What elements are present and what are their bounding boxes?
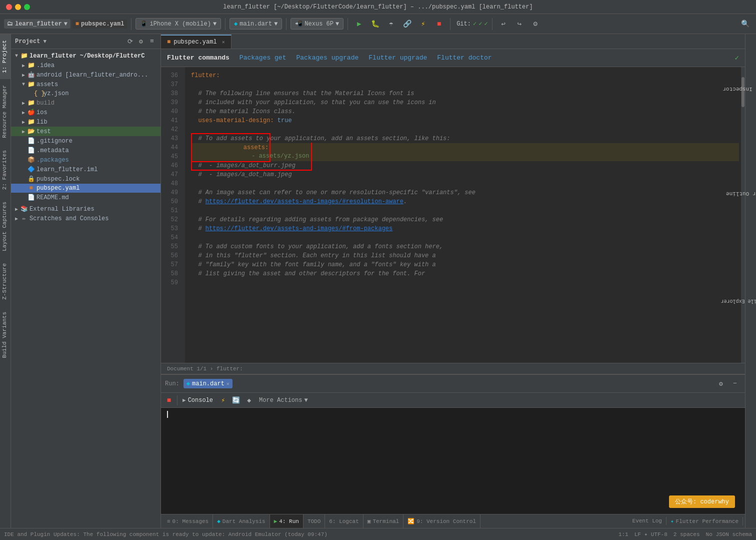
tree-item-gitignore[interactable]: 📄 .gitignore bbox=[11, 136, 160, 146]
sidebar-item-resource[interactable]: Resource Manager bbox=[0, 79, 10, 144]
tree-item-readme[interactable]: 📄 README.md bbox=[11, 193, 160, 202]
cmd-flutter-upgrade[interactable]: Flutter upgrade bbox=[368, 54, 427, 62]
tree-item-extlibs[interactable]: ▶ 📚 External Libraries bbox=[11, 204, 160, 214]
console-label: Console bbox=[188, 397, 213, 404]
code-content[interactable]: flutter: # The following line ensures th… bbox=[185, 67, 745, 363]
tab-messages[interactable]: ≡ 0: Messages bbox=[163, 514, 213, 528]
file-selector[interactable]: ■ pubspec.yaml bbox=[72, 20, 128, 29]
gear-icon[interactable]: ≡ bbox=[148, 37, 156, 46]
status-right: 1:1 LF ✦ UTF-8 2 spaces No JSON schema bbox=[618, 531, 752, 537]
tree-item-metadata[interactable]: 📄 .metadata bbox=[11, 146, 160, 155]
console-content[interactable]: 公众号: coderwhy bbox=[161, 408, 745, 514]
code-line-39: # included with your application, so tha… bbox=[191, 98, 739, 107]
code-line-48 bbox=[191, 179, 739, 188]
ln-50: 50 bbox=[161, 197, 181, 206]
main-toolbar: 🗂 learn_flutter ▼ ■ pubspec.yaml 📱 iPhon… bbox=[0, 14, 756, 34]
panel-minimize-btn[interactable]: − bbox=[729, 378, 741, 390]
tree-item-iml[interactable]: 🔷 learn_flutter.iml bbox=[11, 165, 160, 174]
tab-run[interactable]: ▶ 4: Run bbox=[270, 514, 304, 528]
ln-48: 48 bbox=[161, 179, 181, 188]
tab-todo[interactable]: TODO bbox=[304, 514, 325, 528]
sidebar-item-zstructure[interactable]: Z-Structure bbox=[0, 257, 10, 306]
redo-button[interactable]: ↪ bbox=[512, 17, 526, 31]
separator5 bbox=[450, 18, 450, 30]
search-button[interactable]: 🔍 bbox=[738, 17, 752, 31]
tree-item-scratches[interactable]: ▶ ✏ Scratches and Consoles bbox=[11, 214, 160, 223]
run-with-coverage[interactable]: ☂ bbox=[384, 17, 398, 31]
tree-item-root[interactable]: ▼ 📁 learn_flutter ~/Desktop/FlutterC bbox=[11, 51, 160, 61]
tree-item-build[interactable]: ▶ 📁 build bbox=[11, 98, 160, 108]
stop-button[interactable]: ■ bbox=[432, 17, 446, 31]
tree-item-pubspeclock[interactable]: 🔒 pubspec.lock bbox=[11, 174, 160, 184]
debug-button[interactable]: 🐛 bbox=[368, 17, 382, 31]
tree-item-yzjson[interactable]: { } yz.json bbox=[11, 89, 160, 98]
minimize-button[interactable] bbox=[15, 4, 21, 10]
tree-item-android[interactable]: ▶ 🤖 android [learn_flutter_andro... bbox=[11, 70, 160, 80]
tree-item-test[interactable]: ▶ 📂 test bbox=[11, 127, 160, 136]
status-encoding[interactable]: LF ✦ UTF-8 bbox=[634, 531, 668, 537]
status-bar: IDE and Plugin Updates: The following co… bbox=[0, 528, 756, 540]
separator bbox=[131, 18, 132, 30]
ios-icon: 🍎 bbox=[27, 109, 35, 116]
tree-item-idea[interactable]: ▶ 📁 .idea bbox=[11, 61, 160, 70]
tab-pubspecyaml[interactable]: ■ pubspec.yaml ✕ bbox=[161, 35, 232, 49]
nexus-dropdown[interactable]: 📲 Nexus 6P ▼ bbox=[290, 18, 344, 30]
dart-analysis-btn[interactable]: ◆ bbox=[243, 394, 255, 406]
tab-close-icon[interactable]: ✕ bbox=[222, 39, 225, 45]
code-editor: 36 37 38 39 40 41 42 43 44 45 46 47 48 4… bbox=[161, 67, 745, 363]
tab-dart-analysis[interactable]: ◆ Dart Analysis bbox=[213, 514, 270, 528]
update-message: IDE and Plugin Updates: The following co… bbox=[4, 531, 610, 537]
more-actions-button[interactable]: More Actions ▼ bbox=[256, 396, 311, 405]
tree-item-ios[interactable]: ▶ 🍎 ios bbox=[11, 108, 160, 117]
build-button[interactable]: ⚡ bbox=[416, 17, 430, 31]
settings-button[interactable]: ⚙ bbox=[528, 17, 542, 31]
sidebar-item-flutter-inspector[interactable]: Flutter Inspector bbox=[716, 83, 756, 94]
scrollbar-track[interactable] bbox=[741, 67, 745, 363]
tree-item-packages[interactable]: 📦 .packages bbox=[11, 155, 160, 165]
refresh-btn[interactable]: 🔄 bbox=[230, 394, 242, 406]
code-line-40: # the material Icons class. bbox=[191, 107, 739, 116]
expand-arrow: ▶ bbox=[20, 129, 27, 135]
tree-item-assets[interactable]: ▼ 📁 assets bbox=[11, 80, 160, 89]
status-position[interactable]: 1:1 bbox=[618, 531, 628, 537]
sidebar-item-device-file[interactable]: Device File Explorer bbox=[714, 295, 756, 305]
console-btn[interactable]: ▶ Console bbox=[180, 394, 216, 406]
project-selector[interactable]: 🗂 learn_flutter ▼ bbox=[4, 19, 70, 29]
tab-terminal[interactable]: ▣ Terminal bbox=[364, 514, 404, 528]
window-controls[interactable] bbox=[6, 4, 30, 10]
tab-close-run[interactable]: ✕ bbox=[226, 381, 230, 387]
sidebar-item-project[interactable]: 1: Project bbox=[0, 34, 10, 79]
run-file-tab[interactable]: ◆ main.dart ✕ bbox=[184, 379, 232, 388]
device-dropdown[interactable]: 📱 iPhone X (mobile) ▼ bbox=[136, 18, 221, 30]
flutter-checkmark[interactable]: ✓ bbox=[735, 54, 739, 62]
sidebar-item-layout[interactable]: Layout Captures bbox=[0, 196, 10, 257]
file-name: pubspec.yaml bbox=[81, 21, 124, 28]
tab-version-control[interactable]: 🔀 9: Version Control bbox=[404, 514, 480, 528]
status-spaces[interactable]: 2 spaces bbox=[674, 531, 700, 537]
cmd-flutter-doctor[interactable]: Flutter doctor bbox=[437, 54, 492, 62]
sidebar-item-flutter-outline[interactable]: Flutter Outline bbox=[720, 188, 756, 198]
sidebar-item-build[interactable]: Build Variants bbox=[0, 306, 10, 364]
dart-dropdown[interactable]: ◆ main.dart ▼ bbox=[230, 18, 282, 30]
tab-event-log[interactable]: Event Log bbox=[628, 517, 666, 525]
git-section: Git: ✓ ✓ ✓ bbox=[456, 20, 488, 28]
cmd-packages-get[interactable]: Packages get bbox=[240, 54, 286, 62]
settings-panel-icon[interactable]: ⚙ bbox=[136, 37, 146, 46]
tree-item-pubspecyaml[interactable]: ■ pubspec.yaml bbox=[11, 184, 160, 193]
status-json-schema[interactable]: No JSON schema bbox=[706, 531, 752, 537]
panel-settings-btn[interactable]: ⚙ bbox=[715, 378, 727, 390]
close-button[interactable] bbox=[6, 4, 12, 10]
stop-run-btn[interactable]: ■ bbox=[163, 394, 175, 406]
lightning-btn[interactable]: ⚡ bbox=[217, 394, 229, 406]
run-button[interactable]: ▶ bbox=[352, 17, 366, 31]
sidebar-item-favorites[interactable]: 2: Favorites bbox=[0, 144, 10, 196]
tree-item-lib[interactable]: ▶ 📁 lib bbox=[11, 117, 160, 127]
undo-button[interactable]: ↩ bbox=[496, 17, 510, 31]
cmd-packages-upgrade[interactable]: Packages upgrade bbox=[296, 54, 358, 62]
sync-icon[interactable]: ⟳ bbox=[126, 37, 134, 46]
attach-button[interactable]: 🔗 bbox=[400, 17, 414, 31]
tab-logcat[interactable]: 6: Logcat bbox=[325, 514, 363, 528]
maximize-button[interactable] bbox=[24, 4, 30, 10]
tab-flutter-perf[interactable]: ✦ Flutter Performance bbox=[666, 517, 743, 525]
panel-controls: ⚙ − bbox=[715, 378, 741, 390]
